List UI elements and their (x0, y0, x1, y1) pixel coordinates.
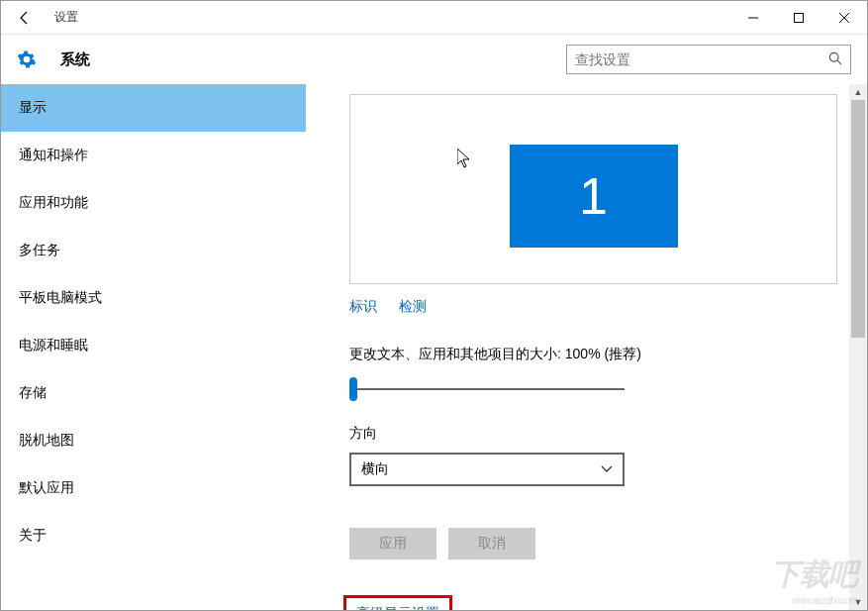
sidebar-item-notifications[interactable]: 通知和操作 (1, 132, 306, 179)
scrollbar-thumb[interactable] (851, 100, 865, 338)
sidebar: 显示 通知和操作 应用和功能 多任务 平板电脑模式 电源和睡眠 存储 脱机地图 … (1, 84, 306, 610)
identify-link[interactable]: 标识 (349, 298, 377, 314)
search-icon[interactable] (828, 51, 842, 68)
orientation-value: 横向 (361, 460, 389, 478)
monitor-preview[interactable]: 1 (349, 94, 837, 284)
svg-line-5 (837, 60, 841, 64)
slider-track (349, 388, 625, 390)
sidebar-item-label: 脱机地图 (19, 432, 74, 450)
detect-link[interactable]: 检测 (399, 298, 427, 314)
window-title: 设置 (48, 9, 730, 26)
orientation-label: 方向 (349, 425, 837, 443)
search-input[interactable] (575, 51, 828, 67)
sidebar-item-apps[interactable]: 应用和功能 (1, 179, 306, 227)
monitor-number: 1 (579, 166, 608, 226)
back-button[interactable] (1, 1, 48, 34)
monitor-block[interactable]: 1 (510, 145, 678, 248)
close-button[interactable] (821, 1, 867, 34)
display-links: 标识 检测 (349, 298, 837, 316)
svg-point-4 (829, 52, 838, 61)
sidebar-item-offline-maps[interactable]: 脱机地图 (1, 417, 306, 464)
sidebar-item-storage[interactable]: 存储 (1, 369, 306, 417)
advanced-display-link[interactable]: 高级显示设置 (356, 605, 439, 610)
cursor-icon (457, 149, 471, 168)
sidebar-item-label: 多任务 (19, 242, 60, 259)
titlebar: 设置 (1, 1, 867, 35)
maximize-button[interactable] (776, 1, 821, 34)
page-title: 系统 (60, 51, 90, 69)
sidebar-item-label: 应用和功能 (19, 194, 88, 212)
sidebar-item-label: 平板电脑模式 (19, 289, 102, 307)
apply-button[interactable]: 应用 (349, 528, 436, 560)
button-row: 应用 取消 (349, 528, 837, 560)
sidebar-item-multitasking[interactable]: 多任务 (1, 227, 306, 274)
scale-slider[interactable] (349, 377, 625, 401)
gear-icon[interactable] (17, 50, 37, 69)
sidebar-item-display[interactable]: 显示 (1, 84, 306, 132)
sidebar-item-power[interactable]: 电源和睡眠 (1, 322, 306, 369)
chevron-down-icon (601, 462, 613, 476)
scroll-down-arrow[interactable]: ▼ (849, 594, 867, 610)
sidebar-item-label: 显示 (19, 99, 47, 117)
scale-label: 更改文本、应用和其他项目的大小: 100% (推荐) (349, 346, 837, 363)
cancel-button[interactable]: 取消 (448, 528, 535, 560)
sidebar-item-label: 存储 (19, 384, 47, 402)
svg-rect-1 (795, 13, 804, 22)
sidebar-item-label: 默认应用 (19, 479, 74, 497)
sidebar-item-label: 电源和睡眠 (19, 337, 88, 355)
advanced-link-highlight: 高级显示设置 (343, 595, 452, 610)
sidebar-item-tablet[interactable]: 平板电脑模式 (1, 274, 306, 322)
sidebar-item-default-apps[interactable]: 默认应用 (1, 464, 306, 512)
scrollbar[interactable]: ▲ ▼ (849, 84, 867, 610)
scroll-up-arrow[interactable]: ▲ (849, 84, 867, 100)
slider-thumb[interactable] (349, 377, 357, 401)
minimize-button[interactable] (730, 1, 776, 34)
sidebar-item-about[interactable]: 关于 (1, 512, 306, 560)
header: 系统 (1, 35, 867, 84)
search-box[interactable] (566, 45, 851, 74)
window-controls (730, 1, 867, 34)
content: 1 标识 检测 更改文本、应用和其他项目的大小: 100% (推荐) 方向 横向 (306, 84, 867, 610)
sidebar-item-label: 通知和操作 (19, 147, 88, 164)
sidebar-item-label: 关于 (19, 527, 47, 545)
orientation-select[interactable]: 横向 (349, 453, 625, 486)
